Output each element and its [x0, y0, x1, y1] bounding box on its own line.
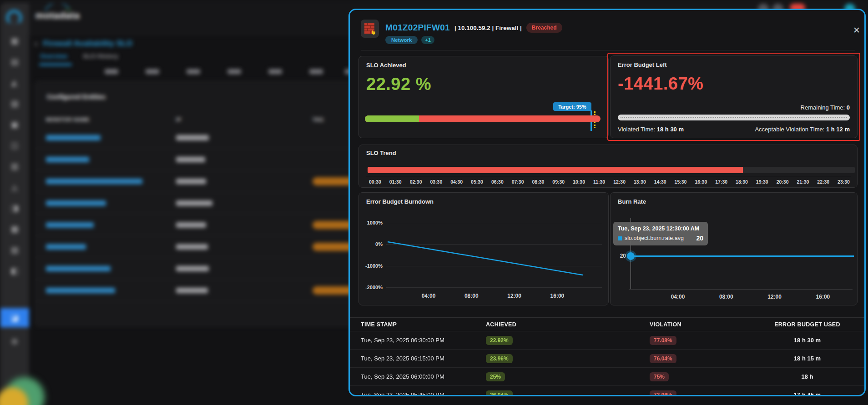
slo-trend-track: [368, 167, 855, 173]
tags-icon[interactable]: ▧: [0, 95, 29, 113]
violation-pill: 73.96%: [650, 390, 676, 397]
budget-used: 18 h 15 m: [761, 355, 853, 362]
error-budget-track: [618, 115, 850, 120]
monitors-icon[interactable]: ▤: [0, 53, 29, 71]
achieved-pill: 23.96%: [486, 354, 513, 363]
status-badge: Breached: [526, 23, 562, 33]
burn-rate-x-tick: 04:00: [671, 294, 685, 300]
metrics-icon[interactable]: ◭: [0, 74, 29, 92]
trend-tick: 13:30: [634, 179, 646, 185]
brand-logo-icon[interactable]: [6, 10, 22, 25]
burn-rate-y-label: 20: [614, 253, 626, 259]
burndown-line: [359, 193, 609, 306]
target-tooltip: Target: 95%: [553, 102, 591, 111]
burn-rate-tooltip: Tue, Sep 23, 2025 12:30:00 AM slo.object…: [613, 222, 708, 245]
remaining-time: Remaining Time: 0: [801, 104, 850, 111]
achieved-pill: 26.04%: [486, 390, 513, 397]
trend-tick: 17:30: [715, 179, 727, 185]
tooltip-date: Tue, Sep 23, 2025 12:30:00 AM: [618, 225, 703, 232]
slo-trend-title: SLO Trend: [366, 150, 396, 156]
slo-achieved-title: SLO Achieved: [366, 62, 406, 69]
logo-arc-icon: [44, 4, 76, 11]
history-row: Tue, Sep 23, 2025 06:30:00 PM22.92%77.08…: [350, 331, 864, 350]
acceptable-violation-time: Acceptable Violation Time: 1 h 12 m: [755, 126, 850, 133]
error-budget-title: Error Budget Left: [618, 61, 667, 68]
active-tab-underline: [39, 64, 72, 65]
col-violation: VIOLATION: [650, 321, 761, 328]
back-chevron-icon[interactable]: ‹: [35, 38, 38, 49]
slo-achieved-card: SLO Achieved 22.92 % Target: 95%: [358, 56, 609, 138]
slo-trend-violation-band: [368, 167, 743, 173]
screen: motadata ▦▤◭▧▣◫▥◬◨▩▨◧◪⚙ ‹ Firewall Avail…: [0, 0, 868, 405]
history-row: Tue, Sep 23, 2025 05:45:00 PM26.04%73.96…: [350, 386, 864, 396]
trend-tick: 23:30: [838, 179, 850, 185]
reports-icon[interactable]: ◧: [0, 262, 29, 280]
burn-rate-title: Burn Rate: [618, 198, 646, 205]
timeline-label-blob: [268, 69, 282, 74]
history-row: Tue, Sep 23, 2025 06:15:00 PM23.96%76.04…: [350, 350, 864, 368]
slo-history-table: TIME STAMP ACHIEVED VIOLATION ERROR BUDG…: [350, 317, 864, 395]
trend-tick: 02:30: [410, 179, 422, 185]
trend-tick: 18:30: [736, 179, 748, 185]
topology-icon[interactable]: ◫: [0, 136, 29, 155]
violated-time: Violated Time: 18 h 30 m: [618, 126, 684, 133]
sidebar: ▦▤◭▧▣◫▥◬◨▩▨◧◪⚙: [0, 3, 29, 405]
col-error-budget-used: ERROR BUDGET USED: [761, 321, 853, 328]
logs-icon[interactable]: ▣: [0, 115, 29, 134]
slo-progress-fill: [365, 115, 419, 122]
tooltip-series: slo.object.burn.rate.avg: [625, 235, 684, 241]
trend-tick: 10:30: [573, 179, 585, 185]
tab-slo-history[interactable]: SLO History: [83, 53, 118, 60]
timeline-label-blob: [146, 69, 159, 74]
tag-more[interactable]: +1: [421, 36, 434, 44]
history-row: Tue, Sep 23, 2025 06:00:00 PM25%75%18 h: [350, 368, 864, 386]
slo-detail-modal: M01Z02PIFW01 | 10.100.59.2 | Firewall | …: [348, 9, 866, 396]
database-icon[interactable]: ▨: [0, 241, 29, 259]
budget-used: 18 h: [761, 373, 853, 380]
col-monitor-name: MONITOR NAME: [46, 117, 90, 122]
slo-achieved-value: 22.92 %: [366, 75, 431, 94]
motadata-logo: motadata: [35, 10, 80, 21]
trend-tick: 16:30: [695, 179, 707, 185]
history-timestamp: Tue, Sep 23, 2025 06:15:00 PM: [361, 355, 486, 362]
history-timestamp: Tue, Sep 23, 2025 06:00:00 PM: [361, 373, 486, 380]
trend-tick: 06:30: [491, 179, 504, 185]
budget-used: 17 h 45 m: [761, 391, 853, 396]
violation-pill: 76.04%: [650, 354, 676, 363]
monitor-subtitle: | 10.100.59.2 | Firewall |: [454, 25, 522, 31]
burn-rate-card: Burn Rate 20 Tue, Sep 23, 2025 12:30:00 …: [610, 192, 858, 305]
close-icon[interactable]: ✕: [850, 24, 863, 36]
tag-network[interactable]: Network: [385, 36, 418, 44]
shield-icon[interactable]: ▥: [0, 157, 29, 175]
monitor-title: M01Z02PIFW01: [385, 23, 450, 33]
timeline-label-blob: [187, 69, 200, 74]
trend-tick: 11:30: [593, 179, 605, 185]
firewall-icon: [361, 20, 379, 38]
trend-tick: 03:30: [430, 179, 442, 185]
history-table-header: TIME STAMP ACHIEVED VIOLATION ERROR BUDG…: [350, 317, 864, 331]
violation-pill: 75%: [650, 372, 669, 381]
timeline-label-blob: [105, 69, 118, 74]
dashboard-icon[interactable]: ▦: [0, 32, 29, 50]
packages-icon[interactable]: ▩: [0, 220, 29, 238]
trend-tick: 01:30: [389, 179, 402, 185]
alerts-icon[interactable]: ◬: [0, 178, 29, 196]
achieved-pill: 25%: [486, 372, 505, 381]
trend-tick: 04:30: [450, 179, 463, 185]
trend-tick: 15:30: [675, 179, 687, 185]
trend-tick: 22:30: [817, 179, 829, 185]
trend-tick: 08:30: [532, 179, 545, 185]
col-time-stamp: TIME STAMP: [361, 321, 486, 328]
burn-rate-x-tick: 08:00: [719, 294, 733, 300]
slo-icon[interactable]: ◪: [0, 308, 29, 327]
settings-gear-icon[interactable]: ⚙: [0, 333, 29, 351]
slo-trend-card: SLO Trend 00:3001:3002:3003:3004:3005:30…: [358, 145, 858, 188]
trend-tick: 12:30: [613, 179, 626, 185]
col-ip: IP: [176, 117, 182, 122]
tab-overview[interactable]: Overview: [40, 53, 67, 60]
burn-rate-x-tick: 12:00: [767, 294, 782, 300]
history-timestamp: Tue, Sep 23, 2025 06:30:00 PM: [361, 337, 486, 344]
network-icon[interactable]: ◨: [0, 199, 29, 217]
history-body: Tue, Sep 23, 2025 06:30:00 PM22.92%77.08…: [350, 331, 864, 396]
trend-tick: 05:30: [471, 179, 483, 185]
